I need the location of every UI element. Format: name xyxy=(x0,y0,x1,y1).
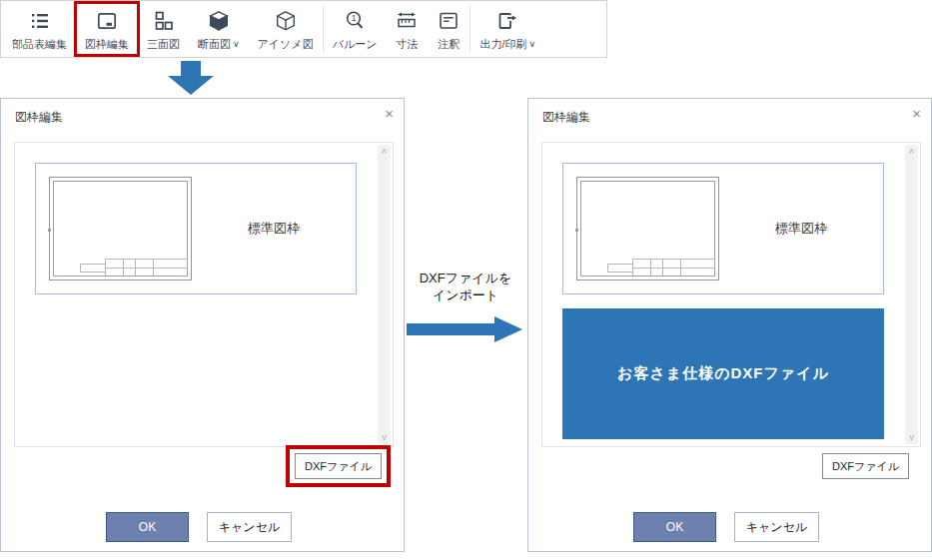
list-icon xyxy=(28,9,52,35)
title-block-graphic xyxy=(632,259,714,276)
drawing-frame-inner-border xyxy=(53,181,188,277)
toolbar-item-label: 注釈 xyxy=(438,38,460,50)
toolbar-item-label: アイソメ図 xyxy=(258,38,314,50)
frame-list-item-standard[interactable]: 標準図枠 xyxy=(35,163,357,294)
toolbar-item-label: 部品表編集 xyxy=(12,38,67,50)
frame-edit-dialog-after: 図枠編集 × 標準図枠 xyxy=(527,98,932,552)
vertical-scrollbar[interactable]: ∧ ∨ xyxy=(905,145,918,444)
three-view-icon xyxy=(152,9,176,35)
export-icon xyxy=(495,9,519,35)
frame-list-item-standard[interactable]: 標準図枠 xyxy=(562,163,884,294)
frame-item-label: 標準図枠 xyxy=(192,220,356,238)
ribbon-toolbar: 部品表編集 図枠編集 三面図 xyxy=(0,0,607,58)
title-block-graphic xyxy=(105,259,187,276)
ok-button[interactable]: OK xyxy=(106,512,189,542)
toolbar-item-label: 断面図 xyxy=(198,38,231,50)
iso-cube-icon xyxy=(274,9,298,35)
drawing-frame-thumbnail xyxy=(576,177,719,280)
toolbar-item-section-view[interactable]: 断面図 ∨ xyxy=(189,1,249,57)
toolbar-item-isometric-view[interactable]: アイソメ図 xyxy=(249,1,323,57)
frame-icon xyxy=(95,9,119,35)
chevron-down-icon[interactable]: ∨ xyxy=(528,38,535,50)
import-caption-line2: インポート xyxy=(403,286,528,303)
flow-down-arrow-icon xyxy=(168,61,214,99)
drawing-frame-inner-border xyxy=(580,181,715,277)
toolbar-item-label: 図枠編集 xyxy=(85,38,129,50)
svg-text:1: 1 xyxy=(352,13,357,23)
toolbar-item-output-print[interactable]: 出力/印刷 ∨ xyxy=(470,1,544,57)
flow-right-arrow-icon xyxy=(407,316,522,346)
drawing-frame-thumbnail xyxy=(49,177,192,280)
toolbar-item-dimension[interactable]: 寸法 xyxy=(386,1,428,57)
scroll-down-icon[interactable]: ∨ xyxy=(908,433,915,442)
section-cube-icon xyxy=(207,9,231,35)
annotation-icon xyxy=(437,9,461,35)
import-caption: DXFファイルを インポート xyxy=(403,270,528,303)
frame-list-item-custom-dxf[interactable]: お客さま仕様のDXFファイル xyxy=(562,308,884,439)
toolbar-item-label: 出力/印刷 xyxy=(479,38,526,50)
toolbar-item-frame-edit[interactable]: 図枠編集 xyxy=(76,1,138,57)
dialog-title: 図枠編集 xyxy=(542,109,590,126)
frame-edit-dialog-before: 図枠編集 × 標準図枠 xyxy=(0,98,405,552)
screenshot-canvas: 部品表編集 図枠編集 三面図 xyxy=(0,0,932,560)
vertical-scrollbar[interactable]: ∧ ∨ xyxy=(378,145,391,444)
scroll-up-icon[interactable]: ∧ xyxy=(381,147,388,156)
frame-item-label: 標準図枠 xyxy=(719,220,883,238)
dxf-file-button[interactable]: DXFファイル xyxy=(295,453,382,479)
frame-list-panel: 標準図枠 お客さま仕様のDXFファイル ∧ ∨ xyxy=(541,142,921,447)
toolbar-item-three-view[interactable]: 三面図 xyxy=(138,1,189,57)
thumbnail-handle-dot xyxy=(48,229,51,232)
dxf-file-button[interactable]: DXFファイル xyxy=(822,453,909,479)
toolbar-item-label: 寸法 xyxy=(396,38,418,50)
balloon-icon: 1 xyxy=(343,9,367,35)
toolbar-item-label: 三面図 xyxy=(147,38,180,50)
cancel-button[interactable]: キャンセル xyxy=(207,512,292,542)
thumbnail-handle-dot xyxy=(575,229,578,232)
close-icon[interactable]: × xyxy=(385,106,394,122)
frame-list-panel: 標準図枠 ∧ ∨ xyxy=(14,142,394,447)
cancel-button[interactable]: キャンセル xyxy=(734,512,819,542)
toolbar-item-annotation[interactable]: 注釈 xyxy=(428,1,469,57)
toolbar-item-label: バルーン xyxy=(333,38,378,50)
custom-dxf-banner-label: お客さま仕様のDXFファイル xyxy=(617,364,829,383)
import-caption-line1: DXFファイルを xyxy=(403,270,528,286)
dialog-title: 図枠編集 xyxy=(15,109,63,126)
scroll-up-icon[interactable]: ∧ xyxy=(908,147,915,156)
dimension-icon xyxy=(395,9,419,35)
scroll-down-icon[interactable]: ∨ xyxy=(381,433,388,442)
ok-button[interactable]: OK xyxy=(633,512,716,542)
chevron-down-icon[interactable]: ∨ xyxy=(233,38,240,50)
toolbar-item-balloon[interactable]: 1 バルーン xyxy=(324,1,387,57)
toolbar-item-bom-edit[interactable]: 部品表編集 xyxy=(3,1,76,57)
close-icon[interactable]: × xyxy=(912,106,921,122)
